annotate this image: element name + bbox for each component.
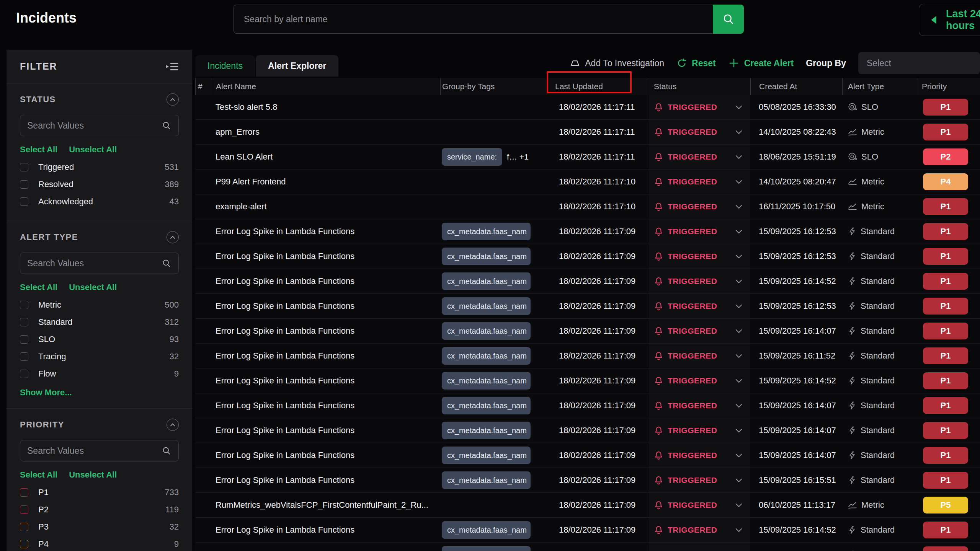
collapse-section-icon[interactable] bbox=[167, 419, 179, 431]
table-row[interactable]: Error Log Spike in Lambda Functionscx_me… bbox=[195, 344, 980, 368]
group-by-select[interactable]: Select bbox=[858, 52, 980, 74]
tag-chip[interactable]: cx_metadata.faas_nam bbox=[442, 397, 531, 414]
select-all-link[interactable]: Select All bbox=[20, 470, 57, 480]
status-expand-icon[interactable] bbox=[735, 354, 743, 359]
status-expand-icon[interactable] bbox=[735, 130, 743, 135]
table-row[interactable]: Error Log Spike in Lambda Functionscx_me… bbox=[195, 468, 980, 493]
tag-chip[interactable]: cx_metadata.faas_nam bbox=[442, 447, 531, 464]
status-expand-icon[interactable] bbox=[735, 403, 743, 408]
checkbox[interactable] bbox=[20, 352, 28, 361]
column-header--[interactable]: # bbox=[195, 78, 212, 95]
select-all-link[interactable]: Select All bbox=[20, 145, 57, 155]
checkbox[interactable] bbox=[20, 180, 28, 189]
filter-option-acknowledged[interactable]: Acknowledged43 bbox=[20, 193, 179, 210]
unselect-all-link[interactable]: Unselect All bbox=[69, 470, 117, 480]
filter-value-search-input[interactable] bbox=[27, 121, 162, 131]
table-row[interactable]: RumMetrics_webVitalsFCP_FirstContentfulP… bbox=[195, 493, 980, 518]
tag-chip[interactable]: cx_metadata.faas_nam bbox=[442, 372, 531, 390]
tag-chip[interactable]: cx_metadata.faas_nam bbox=[442, 546, 531, 551]
unselect-all-link[interactable]: Unselect All bbox=[69, 282, 117, 292]
status-expand-icon[interactable] bbox=[735, 478, 743, 483]
checkbox[interactable] bbox=[20, 163, 28, 171]
filter-value-search-input[interactable] bbox=[27, 446, 162, 456]
column-header-last-updated[interactable]: Last Updated bbox=[547, 78, 649, 95]
filter-value-search-input[interactable] bbox=[27, 258, 162, 269]
table-row[interactable]: Error Log Spike in Lambda Functionscx_me… bbox=[195, 368, 980, 393]
status-expand-icon[interactable] bbox=[735, 279, 743, 284]
checkbox[interactable] bbox=[20, 335, 28, 344]
status-expand-icon[interactable] bbox=[735, 155, 743, 160]
tag-chip[interactable]: cx_metadata.faas_nam bbox=[442, 347, 531, 365]
column-header-priority[interactable]: Priority bbox=[917, 78, 980, 95]
column-header-status[interactable]: Status bbox=[649, 78, 750, 95]
table-row[interactable]: Error Log Spike in Lambda Functionscx_me… bbox=[195, 319, 980, 344]
show-more-link[interactable]: Show More... bbox=[20, 388, 179, 398]
checkbox[interactable] bbox=[20, 370, 28, 378]
checkbox[interactable] bbox=[20, 523, 28, 531]
status-expand-icon[interactable] bbox=[735, 503, 743, 508]
search-input[interactable] bbox=[234, 5, 713, 34]
filter-option-resolved[interactable]: Resolved389 bbox=[20, 176, 179, 193]
status-expand-icon[interactable] bbox=[735, 204, 743, 209]
tab-alert-explorer[interactable]: Alert Explorer bbox=[256, 55, 338, 77]
collapse-section-icon[interactable] bbox=[167, 231, 179, 243]
tag-chip[interactable]: cx_metadata.faas_nam bbox=[442, 422, 531, 439]
column-header-created-at[interactable]: Created At bbox=[750, 78, 842, 95]
status-expand-icon[interactable] bbox=[735, 304, 743, 309]
table-row[interactable]: Error Log Spike in Lambda Functionscx_me… bbox=[195, 219, 980, 244]
table-row[interactable]: Error Log Spike in Lambda Functionscx_me… bbox=[195, 543, 980, 551]
tag-chip[interactable]: cx_metadata.faas_nam bbox=[442, 471, 531, 489]
filter-option-p3[interactable]: P332 bbox=[20, 518, 179, 535]
time-range-picker[interactable]: Last 24 hours bbox=[919, 4, 980, 36]
tab-incidents[interactable]: Incidents bbox=[195, 55, 255, 77]
table-row[interactable]: Error Log Spike in Lambda Functionscx_me… bbox=[195, 244, 980, 269]
column-header-group-by-tags[interactable]: Group-by Tags bbox=[440, 78, 547, 95]
filter-option-p4[interactable]: P49 bbox=[20, 535, 179, 551]
unselect-all-link[interactable]: Unselect All bbox=[69, 145, 117, 155]
status-expand-icon[interactable] bbox=[735, 428, 743, 433]
status-expand-icon[interactable] bbox=[735, 528, 743, 533]
tag-chip[interactable]: cx_metadata.faas_nam bbox=[442, 521, 531, 539]
checkbox[interactable] bbox=[20, 505, 28, 514]
table-row[interactable]: Error Log Spike in Lambda Functionscx_me… bbox=[195, 418, 980, 443]
collapse-section-icon[interactable] bbox=[167, 93, 179, 106]
table-row[interactable]: Error Log Spike in Lambda Functionscx_me… bbox=[195, 393, 980, 418]
status-expand-icon[interactable] bbox=[735, 229, 743, 234]
filter-option-tracing[interactable]: Tracing32 bbox=[20, 348, 179, 365]
checkbox[interactable] bbox=[20, 488, 28, 497]
table-row[interactable]: Error Log Spike in Lambda Functionscx_me… bbox=[195, 443, 980, 468]
filter-option-p1[interactable]: P1733 bbox=[20, 484, 179, 501]
status-expand-icon[interactable] bbox=[735, 105, 743, 110]
tag-chip[interactable]: cx_metadata.faas_nam bbox=[442, 322, 531, 340]
tag-chip[interactable]: cx_metadata.faas_nam bbox=[442, 272, 531, 290]
table-row[interactable]: Error Log Spike in Lambda Functionscx_me… bbox=[195, 294, 980, 319]
status-expand-icon[interactable] bbox=[735, 453, 743, 458]
status-expand-icon[interactable] bbox=[735, 254, 743, 259]
filter-option-slo[interactable]: SLO93 bbox=[20, 331, 179, 348]
tag-chip[interactable]: cx_metadata.faas_nam bbox=[442, 248, 531, 265]
tag-chip[interactable]: cx_metadata.faas_nam bbox=[442, 297, 531, 315]
reset-button[interactable]: Reset bbox=[676, 58, 716, 68]
column-header-alert-type[interactable]: Alert Type bbox=[842, 78, 917, 95]
table-row[interactable]: Lean SLO Alertservice_name:f… +118/02/20… bbox=[195, 145, 980, 170]
tag-chip[interactable]: cx_metadata.faas_nam bbox=[442, 223, 531, 240]
table-row[interactable]: Test-slo alert 5.818/02/2026 11:17:11TRI… bbox=[195, 95, 980, 120]
status-expand-icon[interactable] bbox=[735, 378, 743, 383]
checkbox[interactable] bbox=[20, 301, 28, 309]
filter-option-flow[interactable]: Flow9 bbox=[20, 365, 179, 382]
table-row[interactable]: apm_Errors18/02/2026 11:17:11TRIGGERED14… bbox=[195, 120, 980, 145]
column-header-alert-name[interactable]: Alert Name bbox=[212, 78, 440, 95]
status-expand-icon[interactable] bbox=[735, 179, 743, 184]
table-row[interactable]: example-alert18/02/2026 11:17:10TRIGGERE… bbox=[195, 194, 980, 219]
filter-option-standard[interactable]: Standard312 bbox=[20, 313, 179, 331]
filter-option-metric[interactable]: Metric500 bbox=[20, 296, 179, 313]
checkbox[interactable] bbox=[20, 318, 28, 326]
table-row[interactable]: P99 Alert Frontend18/02/2026 11:17:10TRI… bbox=[195, 170, 980, 194]
table-row[interactable]: Error Log Spike in Lambda Functionscx_me… bbox=[195, 518, 980, 543]
filter-option-p2[interactable]: P2119 bbox=[20, 501, 179, 518]
checkbox[interactable] bbox=[20, 197, 28, 206]
add-to-investigation-button[interactable]: Add To Investigation bbox=[570, 58, 664, 68]
select-all-link[interactable]: Select All bbox=[20, 282, 57, 292]
table-row[interactable]: Error Log Spike in Lambda Functionscx_me… bbox=[195, 269, 980, 294]
filter-option-triggered[interactable]: Triggered531 bbox=[20, 158, 179, 176]
